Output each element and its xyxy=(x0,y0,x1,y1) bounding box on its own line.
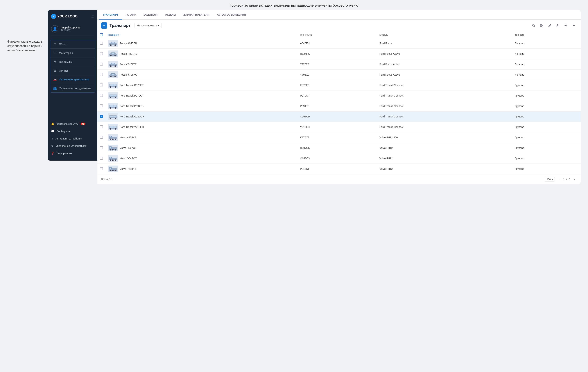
sidebar-item-device-mgmt[interactable]: ⚙ Управление устройствами xyxy=(48,142,97,150)
hamburger-icon[interactable]: ☰ xyxy=(91,14,94,18)
svg-point-72 xyxy=(115,170,116,171)
tab-driving-quality[interactable]: КАЧЕСТВО ВОЖДЕНИЯ xyxy=(213,10,250,20)
row-type-cell: Легково xyxy=(512,70,581,80)
svg-rect-36 xyxy=(109,105,114,107)
table-row[interactable]: Volvo K875YB K875YB Volvo FH12 460 Грузо… xyxy=(97,132,581,143)
arrow-right-icon xyxy=(572,24,576,27)
row-name-cell: Ford Transit C267OH xyxy=(105,111,297,122)
sidebar-item-overview[interactable]: ⊞ Обзор xyxy=(50,40,95,49)
tab-garages[interactable]: ГАРАЖИ xyxy=(122,10,140,20)
sidebar-item-staff[interactable]: 👥 Управление сотрудниками xyxy=(50,84,95,92)
table-row[interactable]: Focus Y706XC Y706XC Ford Focus Active Ле… xyxy=(97,70,581,80)
vehicle-type: Легково xyxy=(515,42,524,45)
table-row[interactable]: Ford Transit K573EE K573EE Ford Transit … xyxy=(97,80,581,90)
row-plate-cell: K875YB xyxy=(297,132,377,143)
svg-point-58 xyxy=(110,149,111,151)
table-row[interactable]: Focus H824HC H824HC Ford Focus Active Ле… xyxy=(97,49,581,59)
row-checkbox[interactable] xyxy=(100,157,103,160)
vehicle-name: Ford Transit Y218EC xyxy=(120,126,144,129)
svg-rect-2 xyxy=(540,24,542,25)
header-type[interactable]: Тип авто xyxy=(512,31,581,38)
svg-point-14 xyxy=(115,55,116,56)
row-checkbox[interactable] xyxy=(100,73,103,76)
sidebar-item-messages[interactable]: 💬 Сообщения xyxy=(48,128,97,135)
table-row[interactable]: Volvo O047OX O047OX Volvo FH12 Грузово xyxy=(97,153,581,164)
select-all-checkbox[interactable]: – xyxy=(100,33,103,36)
sidebar-item-info[interactable]: ❓ Информация xyxy=(48,150,97,157)
overview-icon: ⊞ xyxy=(53,42,57,46)
row-checkbox-cell xyxy=(97,90,105,101)
vehicle-plate: K875YB xyxy=(300,136,309,139)
sidebar-item-activation[interactable]: ⬆ Активация устройства xyxy=(48,135,97,142)
table-row[interactable]: Focus A045EH A045EH Ford Focus Легково xyxy=(97,38,581,49)
events-icon: 🔔 xyxy=(51,122,54,125)
prev-page-button[interactable]: ‹ xyxy=(556,177,562,182)
sidebar-item-geolinks[interactable]: ⋈ Гео-ссылки xyxy=(50,57,95,66)
row-model-cell: Volvo FH12 xyxy=(377,153,512,164)
arrow-right-button[interactable] xyxy=(571,23,577,29)
table-row[interactable]: Volvo P218KT P218KT Volvo FH12 Грузово xyxy=(97,164,581,174)
row-type-cell: Легково xyxy=(512,59,581,70)
geolinks-icon: ⋈ xyxy=(53,60,57,63)
row-checkbox-cell xyxy=(97,132,105,143)
row-checkbox[interactable]: ✓ xyxy=(100,115,103,118)
edit-button[interactable] xyxy=(547,23,553,29)
row-type-cell: Грузово xyxy=(512,90,581,101)
tab-drivers[interactable]: ВОДИТЕЛИ xyxy=(140,10,161,20)
table-row[interactable]: Ford Transit P270OT P270OT Ford Transit … xyxy=(97,90,581,101)
table-row[interactable]: ✓ Ford Transit C267OH C267OH Ford Transi… xyxy=(97,111,581,122)
row-model-cell: Ford Focus xyxy=(377,38,512,49)
row-checkbox[interactable] xyxy=(100,146,103,149)
nav-group: ⊞ Обзор ⊟ Мониторинг ⋈ Гео-ссылки ⊟ Отче… xyxy=(50,40,95,93)
table-row[interactable]: Volvo H907CK H907CK Volvo FH12 Грузово xyxy=(97,143,581,153)
vehicle-thumbnail xyxy=(108,92,118,99)
row-checkbox[interactable] xyxy=(100,104,103,107)
table-row[interactable]: Focus T477TP T477TP Ford Focus Active Ле… xyxy=(97,59,581,70)
header-model[interactable]: Модель xyxy=(377,31,512,38)
row-checkbox-cell xyxy=(97,153,105,164)
vehicle-model: Ford Focus Active xyxy=(379,73,400,76)
per-page-select[interactable]: 100 ▾ xyxy=(545,177,555,181)
tab-transport[interactable]: ТРАНСПОРТ xyxy=(99,10,122,20)
row-checkbox[interactable] xyxy=(100,52,103,55)
svg-point-7 xyxy=(566,25,567,26)
search-icon xyxy=(532,24,535,27)
device-mgmt-icon: ⚙ xyxy=(51,144,53,147)
header-name[interactable]: Название ↑ xyxy=(105,31,297,38)
delete-button[interactable] xyxy=(555,23,561,29)
row-checkbox[interactable] xyxy=(100,136,103,139)
sidebar-item-reports[interactable]: ⊟ Отчеты xyxy=(50,66,95,75)
row-checkbox[interactable] xyxy=(100,63,103,66)
row-checkbox[interactable] xyxy=(100,42,103,45)
next-page-button[interactable]: › xyxy=(572,177,577,182)
header-plate[interactable]: Гос. номер xyxy=(297,31,377,38)
vehicle-name: Focus Y706XC xyxy=(120,73,137,76)
toolbar-title: Транспорт xyxy=(109,23,130,28)
vehicle-thumbnail xyxy=(108,71,118,78)
svg-point-9 xyxy=(110,44,112,46)
row-checkbox[interactable] xyxy=(100,125,103,128)
vehicle-name: Focus H824HC xyxy=(120,52,137,55)
tab-driver-log[interactable]: ЖУРНАЛ ВОДИТЕЛЯ xyxy=(180,10,213,20)
row-name-cell: Ford Transit K573EE xyxy=(105,80,297,90)
table-row[interactable]: Ford Transit Y218EC Y218EC Ford Transit … xyxy=(97,122,581,132)
add-button[interactable]: + xyxy=(101,22,107,29)
table-row[interactable]: Ford Transit P394TB P394TB Ford Transit … xyxy=(97,101,581,111)
search-button[interactable] xyxy=(531,23,536,29)
row-checkbox-cell xyxy=(97,38,105,49)
vehicle-type: Грузово xyxy=(515,126,524,129)
tab-departments[interactable]: ОТДЕЛЫ xyxy=(161,10,180,20)
row-model-cell: Ford Focus Active xyxy=(377,49,512,59)
sidebar-item-events[interactable]: 🔔 Контроль событий 41 xyxy=(48,120,97,128)
sidebar-item-monitoring[interactable]: ⊟ Мониторинг xyxy=(50,49,95,57)
sidebar-item-label: Отчеты xyxy=(59,69,68,72)
settings-button[interactable] xyxy=(563,23,569,29)
vehicle-plate: P394TB xyxy=(300,105,309,108)
row-checkbox[interactable] xyxy=(100,83,103,86)
row-checkbox[interactable] xyxy=(100,94,103,97)
row-name-cell: Focus Y706XC xyxy=(105,70,297,80)
grid-view-button[interactable] xyxy=(539,23,545,29)
sidebar-item-transport[interactable]: 🚗 Управление транспортом xyxy=(50,75,95,84)
group-select[interactable]: Не группировать ▾ xyxy=(135,23,162,28)
row-checkbox[interactable] xyxy=(100,167,103,170)
